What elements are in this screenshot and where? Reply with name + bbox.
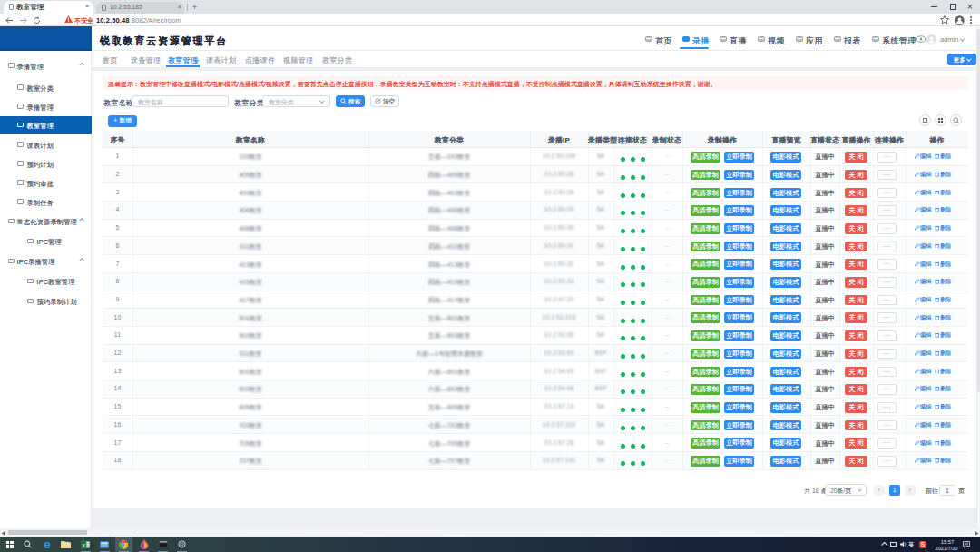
svg-text:x: x: [82, 541, 85, 547]
